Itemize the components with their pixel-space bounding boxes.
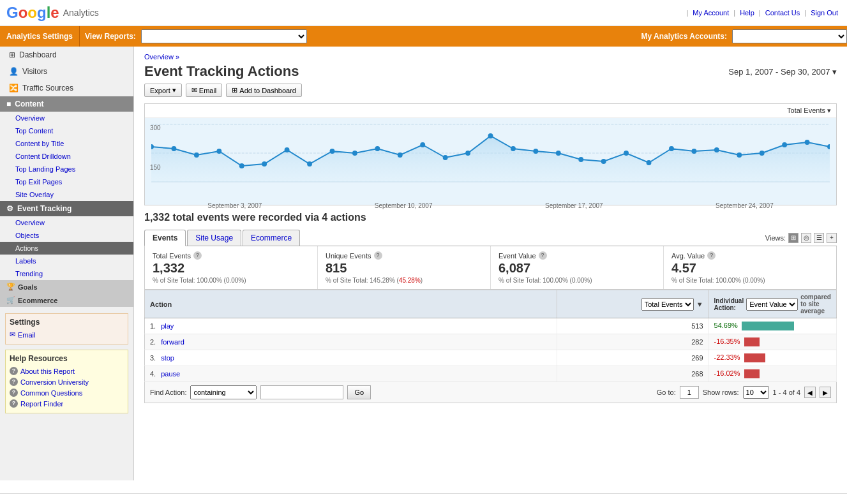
sidebar-sub-content-by-title[interactable]: Content by Title xyxy=(0,137,133,150)
action-link[interactable]: stop xyxy=(161,354,174,362)
view-icon-grid[interactable]: ⊞ xyxy=(788,233,798,243)
help-about-link[interactable]: ? About this Report xyxy=(10,366,124,376)
help-link[interactable]: Help xyxy=(740,9,754,17)
metrics-row: Total Events ? 1,332 % of Site Total: 10… xyxy=(144,246,837,290)
svg-point-8 xyxy=(239,163,244,168)
y-label-300: 300 xyxy=(150,124,161,131)
tab-ecommerce[interactable]: Ecommerce xyxy=(243,230,300,246)
find-select[interactable]: containing exactly matching beginning wi… xyxy=(190,385,257,399)
logo: Google Analytics xyxy=(6,4,99,22)
show-rows-select[interactable]: 10 25 50 100 xyxy=(743,386,769,399)
action-link[interactable]: forward xyxy=(161,338,184,346)
svg-point-5 xyxy=(171,146,176,151)
my-analytics-label: My Analytics Accounts: xyxy=(641,32,732,41)
add-dashboard-button[interactable]: ⊞ Add to Dashboard xyxy=(226,84,302,97)
unique-events-help[interactable]: ? xyxy=(374,251,382,260)
col-individual-header: Individual Action: Event Value compared … xyxy=(708,290,836,318)
tabs-row: Events Site Usage Ecommerce Views: ⊞ ◎ ☰… xyxy=(144,230,837,246)
sidebar-goals-header[interactable]: 🏆 Goals xyxy=(0,280,133,293)
sidebar-sub-top-landing[interactable]: Top Landing Pages xyxy=(0,163,133,175)
sidebar-sub-et-actions[interactable]: Actions xyxy=(0,242,133,255)
row-num: 4. xyxy=(150,370,156,378)
sidebar-sub-et-labels[interactable]: Labels xyxy=(0,255,133,267)
date-label-4: September 24, 2007 xyxy=(716,202,774,209)
cell-events: 268 xyxy=(557,366,709,382)
svg-point-30 xyxy=(737,152,742,158)
dashboard-icon-btn: ⊞ xyxy=(232,86,237,94)
sidebar-item-dashboard[interactable]: ⊞ Dashboard xyxy=(0,47,133,63)
svg-point-24 xyxy=(601,159,606,164)
sign-out-link[interactable]: Sign Out xyxy=(811,9,838,17)
email-button[interactable]: ✉ Email xyxy=(186,84,223,97)
svg-point-18 xyxy=(465,151,470,156)
svg-point-27 xyxy=(669,146,674,151)
action-link[interactable]: pause xyxy=(161,370,180,378)
sidebar-content-header[interactable]: ■ Content xyxy=(0,96,133,112)
sidebar-sub-et-objects[interactable]: Objects xyxy=(0,229,133,242)
data-table: Action Total Events ▼ Individual Action: xyxy=(144,290,837,382)
view-icon-pie[interactable]: ◎ xyxy=(801,233,811,243)
total-events-label[interactable]: Total Events ▾ xyxy=(787,107,831,115)
pct-value: -16.02% xyxy=(714,369,740,377)
svg-point-31 xyxy=(760,151,765,156)
events-dropdown[interactable]: Total Events xyxy=(641,298,694,311)
svg-point-29 xyxy=(714,147,719,152)
help-common-link[interactable]: ? Common Questions xyxy=(10,387,124,398)
cell-bar: 54.69% xyxy=(708,318,836,334)
goto-input[interactable] xyxy=(680,386,699,399)
total-events-help[interactable]: ? xyxy=(193,251,202,260)
action-link[interactable]: play xyxy=(161,322,174,330)
sidebar-sub-top-exit[interactable]: Top Exit Pages xyxy=(0,175,133,188)
my-analytics-select[interactable] xyxy=(732,29,847,43)
tab-site-usage[interactable]: Site Usage xyxy=(187,230,241,246)
metric-event-value-value: 6,087 xyxy=(498,261,656,276)
help-finder-link[interactable]: ? Report Finder xyxy=(10,398,124,409)
view-icon-bar[interactable]: + xyxy=(827,233,837,243)
sidebar-sub-site-overlay[interactable]: Site Overlay xyxy=(0,188,133,201)
sidebar-item-visitors[interactable]: 👤 Visitors xyxy=(0,63,133,80)
sidebar-sub-content-drilldown[interactable]: Content Drilldown xyxy=(0,150,133,163)
date-range[interactable]: Sep 1, 2007 - Sep 30, 2007 ▾ xyxy=(728,67,837,77)
individual-dropdown[interactable]: Event Value xyxy=(746,298,798,311)
sidebar-item-traffic-sources[interactable]: 🔀 Traffic Sources xyxy=(0,80,133,96)
sidebar-ecommerce-header[interactable]: 🛒 Ecommerce xyxy=(0,293,133,307)
breadcrumb[interactable]: Overview » xyxy=(144,53,837,61)
sidebar-event-tracking-header[interactable]: ⚙ Event Tracking xyxy=(0,201,133,216)
find-input[interactable] xyxy=(260,385,343,399)
cell-events: 513 xyxy=(557,318,709,334)
cell-action: 3.stop xyxy=(145,350,557,366)
breadcrumb-link[interactable]: Overview » xyxy=(144,53,179,61)
export-button[interactable]: Export ▾ xyxy=(144,84,182,97)
chart-container: Total Events ▾ 300 150 xyxy=(144,103,837,205)
prev-page-button[interactable]: ◀ xyxy=(804,387,816,398)
sidebar-sub-et-overview[interactable]: Overview xyxy=(0,216,133,229)
sidebar-sub-et-trending[interactable]: Trending xyxy=(0,267,133,280)
sidebar-sub-top-content[interactable]: Top Content xyxy=(0,124,133,137)
analytics-settings-button[interactable]: Analytics Settings xyxy=(0,26,80,47)
svg-point-9 xyxy=(262,161,267,167)
sidebar-sub-overview[interactable]: Overview xyxy=(0,112,133,124)
cell-events: 282 xyxy=(557,334,709,350)
help-conversion-link[interactable]: ? Conversion University xyxy=(10,376,124,387)
metric-total-events-title: Total Events ? xyxy=(153,251,310,260)
help-title: Help Resources xyxy=(10,354,124,363)
email-icon: ✉ xyxy=(10,330,15,339)
sort-arrow[interactable]: ▼ xyxy=(696,300,703,308)
next-page-button[interactable]: ▶ xyxy=(820,387,831,398)
view-reports-select[interactable] xyxy=(141,29,307,43)
date-label-1: September 3, 2007 xyxy=(207,202,262,209)
event-value-help[interactable]: ? xyxy=(539,251,547,260)
contact-us-link[interactable]: Contact Us xyxy=(765,9,800,17)
date-range-arrow: ▾ xyxy=(832,67,837,77)
view-icon-list[interactable]: ☰ xyxy=(814,233,824,243)
avg-value-help[interactable]: ? xyxy=(707,251,716,260)
metric-unique-events-value: 815 xyxy=(326,261,483,276)
metric-unique-events-title: Unique Events ? xyxy=(326,251,483,260)
tab-events[interactable]: Events xyxy=(144,230,186,246)
my-account-link[interactable]: My Account xyxy=(693,9,729,17)
svg-point-23 xyxy=(578,157,583,162)
go-button[interactable]: Go xyxy=(347,385,371,399)
settings-email-link[interactable]: ✉ Email xyxy=(10,329,124,340)
content-area: Overview » Event Tracking Actions Sep 1,… xyxy=(134,47,847,480)
svg-point-17 xyxy=(443,155,448,160)
